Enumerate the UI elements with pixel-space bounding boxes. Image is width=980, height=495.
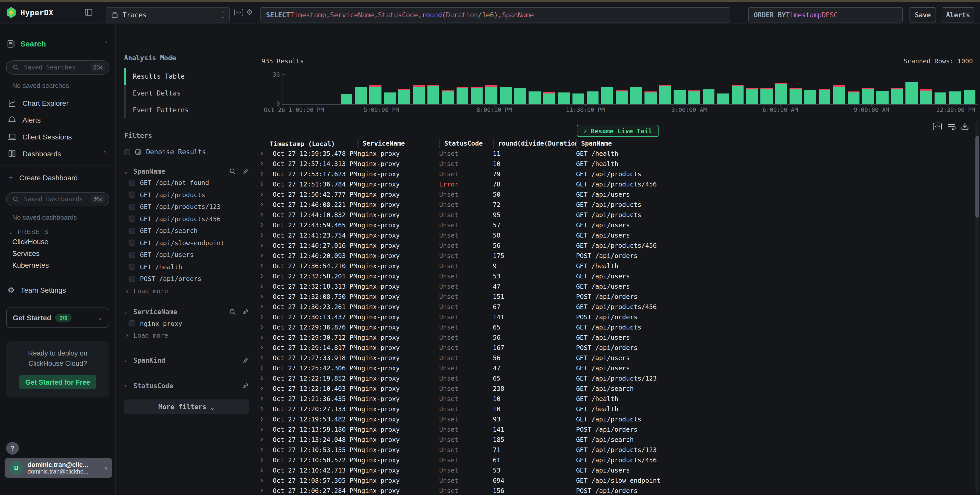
chart-bar-slot[interactable]: [485, 85, 500, 104]
chart-bar-slot[interactable]: [775, 83, 790, 104]
sidebar-collapse-icon[interactable]: [85, 9, 92, 16]
table-row[interactable]: ❯Oct 27 12:10:50.572 PMnginx-proxyUnset6…: [255, 455, 974, 465]
row-expand-chevron-icon[interactable]: ❯: [261, 181, 270, 186]
row-expand-chevron-icon[interactable]: ❯: [261, 427, 270, 432]
table-row[interactable]: ❯Oct 27 12:41:23.754 PMnginx-proxyUnset5…: [255, 230, 974, 240]
analysis-mode-results-table[interactable]: Results Table: [124, 68, 249, 85]
col-timestamp[interactable]: Timestamp (Local): [270, 140, 358, 147]
chart-bar-slot[interactable]: [732, 84, 746, 104]
filter-checkbox-item[interactable]: GET /api/users: [124, 249, 249, 261]
table-row[interactable]: ❯Oct 27 12:13:24.048 PMnginx-proxyUnset1…: [255, 434, 974, 444]
row-expand-chevron-icon[interactable]: ❯: [261, 396, 270, 401]
chart-bar-slot[interactable]: [920, 90, 935, 104]
denoise-results-checkbox[interactable]: Denoise Results: [124, 148, 249, 156]
chart-bar-slot[interactable]: [340, 94, 355, 104]
download-icon[interactable]: [961, 123, 969, 130]
chart-bar-slot[interactable]: [355, 88, 369, 104]
table-row[interactable]: ❯Oct 27 12:57:14.313 PMnginx-proxyUnset1…: [255, 158, 974, 169]
chart-bar-slot[interactable]: [760, 88, 775, 104]
sidebar-item-alerts[interactable]: Alerts: [0, 111, 115, 128]
chart-bar-slot[interactable]: [659, 84, 674, 104]
create-dashboard-button[interactable]: + Create Dashboard: [0, 169, 115, 186]
chart-bar-slot[interactable]: [428, 84, 442, 104]
filter-group-servicename[interactable]: ⌄ServiceName: [124, 306, 249, 317]
table-row[interactable]: ❯Oct 27 12:25:42.306 PMnginx-proxyUnset4…: [255, 363, 974, 373]
row-expand-chevron-icon[interactable]: ❯: [261, 376, 270, 380]
row-expand-chevron-icon[interactable]: ❯: [261, 202, 270, 207]
row-expand-chevron-icon[interactable]: ❯: [261, 212, 270, 217]
sidebar-item-search[interactable]: Search ⌃: [0, 24, 115, 54]
results-histogram[interactable]: [282, 74, 978, 104]
table-row[interactable]: ❯Oct 27 12:44:10.832 PMnginx-proxyUnset9…: [255, 209, 974, 220]
preset-item-kubernetes[interactable]: Kubernetes: [0, 259, 115, 271]
filter-checkbox-item[interactable]: GET /health: [124, 261, 249, 273]
chart-bar-slot[interactable]: [789, 88, 804, 104]
filter-group-statuscode[interactable]: ›StatusCode: [124, 380, 249, 391]
table-row[interactable]: ❯Oct 27 12:29:14.817 PMnginx-proxyUnset1…: [255, 342, 974, 352]
search-icon[interactable]: [229, 168, 236, 175]
table-row[interactable]: ❯Oct 27 12:29:30.712 PMnginx-proxyUnset5…: [255, 332, 974, 342]
sidebar-item-dashboards[interactable]: Dashboards⌃: [0, 145, 115, 162]
table-row[interactable]: ❯Oct 27 12:32:18.313 PMnginx-proxyUnset4…: [255, 281, 974, 291]
row-expand-chevron-icon[interactable]: ❯: [261, 222, 270, 227]
chart-bar-slot[interactable]: [891, 88, 906, 104]
row-expand-chevron-icon[interactable]: ❯: [261, 488, 270, 493]
vertical-scrollbar[interactable]: [975, 121, 979, 493]
pin-icon[interactable]: [242, 382, 249, 389]
table-row[interactable]: ❯Oct 27 12:10:42.713 PMnginx-proxyUnset5…: [255, 465, 974, 475]
wrap-text-icon[interactable]: [947, 123, 956, 130]
table-row[interactable]: ❯Oct 27 12:40:27.016 PMnginx-proxyUnset5…: [255, 240, 974, 250]
table-row[interactable]: ❯Oct 27 12:27:33.918 PMnginx-proxyUnset5…: [255, 352, 974, 363]
row-expand-chevron-icon[interactable]: ❯: [261, 457, 270, 462]
checkbox-icon[interactable]: [129, 180, 135, 186]
alerts-button[interactable]: Alerts: [942, 7, 974, 22]
sql-orderby-input[interactable]: ORDER BY Timestamp DESC: [748, 7, 903, 22]
column-config-icon[interactable]: <>: [933, 123, 942, 130]
chart-bar-slot[interactable]: [949, 92, 964, 104]
filter-checkbox-item[interactable]: GET /api/products/456: [124, 213, 249, 225]
row-expand-chevron-icon[interactable]: ❯: [261, 325, 270, 329]
resume-live-tail-button[interactable]: ⚡ Resume Live Tail: [577, 125, 659, 137]
chart-bar-slot[interactable]: [703, 89, 717, 104]
chart-bar-slot[interactable]: [905, 83, 920, 104]
table-row[interactable]: ❯Oct 27 12:51:36.784 PMnginx-proxyError7…: [255, 179, 974, 189]
chart-bar-slot[interactable]: [500, 88, 514, 104]
table-row[interactable]: ❯Oct 27 12:46:08.221 PMnginx-proxyUnset7…: [255, 199, 974, 209]
chart-bar-slot[interactable]: [514, 88, 529, 104]
chart-bar-slot[interactable]: [819, 89, 833, 104]
table-row[interactable]: ❯Oct 27 12:40:20.093 PMnginx-proxyUnset1…: [255, 250, 974, 261]
filter-checkbox-item[interactable]: GET /api/not-found: [124, 177, 249, 189]
pin-icon[interactable]: [242, 168, 249, 175]
filter-checkbox-item[interactable]: GET /api/search: [124, 225, 249, 237]
saved-dashboards-input[interactable]: ⌘K: [6, 192, 109, 206]
saved-dashboards-field[interactable]: [23, 195, 87, 203]
chart-bar-slot[interactable]: [746, 88, 760, 104]
table-row[interactable]: ❯Oct 27 12:08:57.305 PMnginx-proxyUnset6…: [255, 475, 974, 485]
row-expand-chevron-icon[interactable]: ❯: [261, 365, 270, 370]
chart-bar-slot[interactable]: [558, 92, 572, 104]
saved-searches-field[interactable]: [23, 63, 87, 72]
chart-bar-slot[interactable]: [398, 89, 413, 104]
checkbox-icon[interactable]: [129, 276, 135, 282]
row-expand-chevron-icon[interactable]: ❯: [261, 447, 270, 452]
table-header[interactable]: Timestamp (Local) ServiceName StatusCode…: [255, 139, 974, 148]
sidebar-item-client-sessions[interactable]: Client Sessions: [0, 128, 115, 145]
analysis-mode-event-deltas[interactable]: Event Deltas: [124, 85, 249, 102]
row-expand-chevron-icon[interactable]: ❯: [261, 416, 270, 422]
chart-bar-slot[interactable]: [442, 91, 456, 104]
checkbox-icon[interactable]: [129, 264, 135, 270]
chart-bar-slot[interactable]: [601, 88, 616, 104]
help-button[interactable]: ?: [6, 442, 19, 455]
filter-group-spanname[interactable]: ⌄SpanName: [124, 166, 249, 177]
row-expand-chevron-icon[interactable]: ❯: [261, 467, 270, 473]
sidebar-item-chart-explorer[interactable]: Chart Explorer: [0, 94, 115, 111]
row-expand-chevron-icon[interactable]: ❯: [261, 334, 270, 340]
chart-bar-slot[interactable]: [616, 91, 630, 104]
code-view-icon[interactable]: <>: [234, 9, 243, 16]
chart-bar-slot[interactable]: [572, 93, 587, 104]
chart-bar-slot[interactable]: [413, 85, 428, 104]
chart-bar-slot[interactable]: [543, 92, 558, 105]
chart-bar-slot[interactable]: [456, 87, 471, 104]
chart-bar-slot[interactable]: [833, 85, 848, 104]
table-row[interactable]: ❯Oct 27 12:53:17.623 PMnginx-proxyUnset7…: [255, 169, 974, 179]
